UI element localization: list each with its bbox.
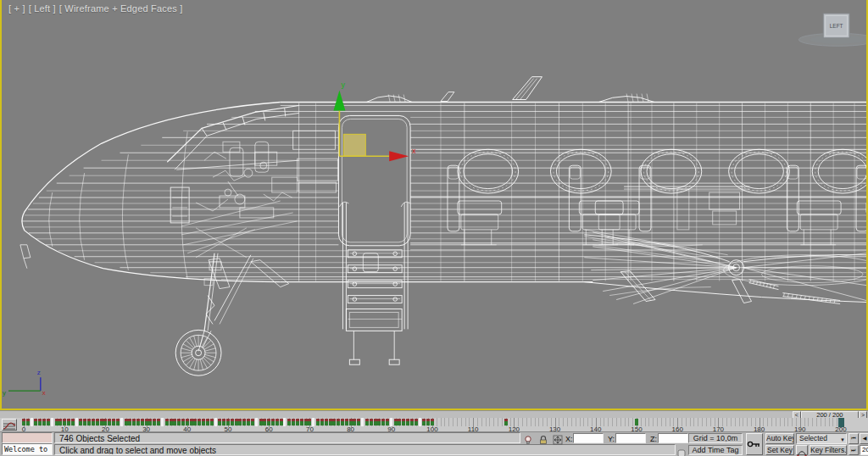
keyframe-marker[interactable] <box>255 418 258 426</box>
keyframe-marker[interactable] <box>247 419 250 425</box>
keyframe-marker[interactable] <box>410 419 414 425</box>
keyframe-marker[interactable] <box>141 419 144 425</box>
keyframe-marker[interactable] <box>312 418 314 426</box>
keyframe-marker[interactable] <box>120 418 123 426</box>
keyframe-marker[interactable] <box>381 419 385 425</box>
keyframe-marker[interactable] <box>132 419 136 425</box>
keyframe-marker[interactable] <box>419 418 421 426</box>
keyframe-marker[interactable] <box>226 419 230 425</box>
keyframe-marker[interactable] <box>280 419 283 425</box>
keyframe-marker[interactable] <box>202 419 205 425</box>
keyframe-marker[interactable] <box>394 419 398 425</box>
selection-lock-icon[interactable] <box>538 433 548 443</box>
keyframe-marker[interactable] <box>242 419 246 425</box>
keyframe-marker[interactable] <box>337 419 340 425</box>
keyframe-marker[interactable] <box>332 419 336 425</box>
add-time-tag[interactable]: Add Time Tag <box>688 445 743 455</box>
coord-x-field[interactable] <box>573 433 604 443</box>
keyframe-marker[interactable] <box>218 419 221 425</box>
keyframe-marker[interactable] <box>206 419 209 425</box>
keyframe-marker[interactable] <box>259 419 263 425</box>
keyframe-marker[interactable] <box>42 419 46 425</box>
keyframe-marker[interactable] <box>181 419 185 425</box>
keyframe-marker[interactable] <box>198 419 201 425</box>
keyframe-marker[interactable] <box>267 419 270 425</box>
keyframe-marker[interactable] <box>231 419 234 425</box>
keyframe-marker[interactable] <box>116 419 120 425</box>
keyframe-marker[interactable] <box>370 419 373 425</box>
absolute-transform-icon[interactable] <box>553 433 563 443</box>
keyframe-marker[interactable] <box>283 418 286 426</box>
keyframe-marker[interactable] <box>153 419 156 425</box>
keyframe-marker[interactable] <box>136 419 140 425</box>
viewport-menu-pov[interactable]: [ Left ] <box>29 3 56 14</box>
keyframe-marker[interactable] <box>145 419 148 425</box>
keyframe-marker[interactable] <box>329 419 332 425</box>
keyframe-marker[interactable] <box>108 419 111 425</box>
keyframe-marker[interactable] <box>357 419 360 425</box>
gizmo-y-arrow[interactable] <box>333 91 345 111</box>
keyframe-marker[interactable] <box>58 419 62 425</box>
keyframe-marker[interactable] <box>325 419 328 425</box>
viewport-left[interactable]: z y x y x LEFT [ + ][ Left ][ Wireframe … <box>0 0 868 410</box>
keyframe-marker[interactable] <box>402 419 405 425</box>
keyframe-marker[interactable] <box>186 419 189 425</box>
keyframe-marker[interactable] <box>161 418 164 426</box>
keyframe-marker[interactable] <box>83 419 86 425</box>
keyframe-marker[interactable] <box>296 419 299 425</box>
keyframe-marker[interactable] <box>316 419 320 425</box>
keyframe-marker[interactable] <box>398 419 401 425</box>
keyframe-marker[interactable] <box>26 419 30 425</box>
keyframe-marker[interactable] <box>222 419 225 425</box>
track-bar[interactable]: 0102030405060708090100110120130140150160… <box>0 418 868 432</box>
keyframe-marker[interactable] <box>365 419 369 425</box>
keyframe-marker[interactable] <box>349 419 353 425</box>
keyframe-marker[interactable] <box>170 419 173 425</box>
keyframe-marker[interactable] <box>426 419 430 425</box>
keyframe-marker[interactable] <box>422 419 426 425</box>
keyframe-marker[interactable] <box>292 419 295 425</box>
keyframe-marker[interactable] <box>251 419 254 425</box>
keyframe-marker[interactable] <box>177 419 181 425</box>
open-mini-curve-editor-button[interactable] <box>2 419 17 431</box>
keyframe-marker[interactable] <box>377 419 381 425</box>
keyframe-marker[interactable] <box>87 419 91 425</box>
default-tangent-button[interactable] <box>796 445 808 455</box>
keyframe-marker[interactable] <box>406 419 409 425</box>
keyframe-marker[interactable] <box>96 419 99 425</box>
keyframe-marker[interactable] <box>193 419 197 425</box>
keyframe-marker[interactable] <box>635 419 638 425</box>
keyframe-marker[interactable] <box>148 419 152 425</box>
keyframe-marker[interactable] <box>157 419 160 425</box>
keyframe-marker[interactable] <box>361 418 364 426</box>
keyframe-marker[interactable] <box>210 419 214 425</box>
coord-z-field[interactable] <box>658 433 688 443</box>
keyframe-marker[interactable] <box>304 419 308 425</box>
keyframe-marker[interactable] <box>214 418 217 426</box>
keyframe-marker[interactable] <box>287 419 291 425</box>
key-filters-button[interactable]: Key Filters... <box>810 445 847 455</box>
keyframe-marker[interactable] <box>415 419 418 425</box>
viewport-menu-shading[interactable]: [ Wireframe + Edged Faces ] <box>59 3 183 14</box>
coord-y-field[interactable] <box>615 433 646 443</box>
current-frame-field[interactable]: 200 <box>860 445 868 455</box>
previous-frame-button[interactable]: ◀ <box>860 433 868 444</box>
keyframe-marker[interactable] <box>125 419 128 425</box>
keyframe-marker[interactable] <box>100 419 103 425</box>
keyframe-marker[interactable] <box>38 419 42 425</box>
keyframe-marker[interactable] <box>271 419 275 425</box>
keyframe-marker[interactable] <box>504 419 508 425</box>
keyframe-marker[interactable] <box>79 419 82 425</box>
keyframe-marker[interactable] <box>345 419 348 425</box>
current-frame-marker[interactable] <box>838 418 844 427</box>
aircraft-wireframe[interactable] <box>20 77 866 376</box>
keyframe-marker[interactable] <box>31 418 33 426</box>
keyframe-marker[interactable] <box>341 419 344 425</box>
keyframe-marker[interactable] <box>190 419 193 425</box>
keyframe-marker[interactable] <box>34 419 37 425</box>
keyframe-marker[interactable] <box>55 419 58 425</box>
gizmo-xy-plane-handle[interactable] <box>343 134 365 156</box>
auto-key-button[interactable]: Auto Key <box>765 433 794 444</box>
keyframe-marker[interactable] <box>390 418 392 426</box>
keyframe-marker[interactable] <box>112 419 115 425</box>
